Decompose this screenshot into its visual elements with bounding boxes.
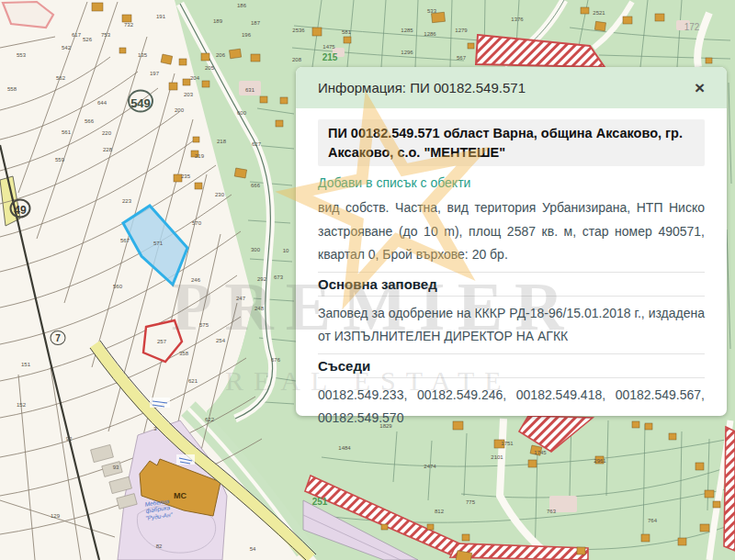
parcel-title: ПИ 00182.549.571 област Варна, община Ак…: [318, 119, 705, 166]
neighbors-heading: Съседи: [318, 353, 705, 378]
order-heading: Основна заповед: [318, 272, 705, 297]
parcel-info-popup: Информация: ПИ 00182.549.571 × ПИ 00182.…: [296, 67, 727, 416]
popup-title: Информация: ПИ 00182.549.571: [318, 80, 526, 95]
popup-header: Информация: ПИ 00182.549.571 ×: [296, 67, 727, 108]
add-to-list-link[interactable]: Добави в списък с обекти: [318, 175, 470, 190]
parcel-details: вид собств. Частна, вид територия Урбани…: [318, 196, 705, 267]
popup-body: ПИ 00182.549.571 област Варна, община Ак…: [296, 108, 727, 431]
order-text: Заповед за одобрение на КККР РД-18-96/15…: [318, 302, 705, 349]
neighbors-list: 00182.549.233, 00182.549.246, 00182.549.…: [318, 384, 705, 431]
close-icon[interactable]: ×: [695, 79, 705, 96]
